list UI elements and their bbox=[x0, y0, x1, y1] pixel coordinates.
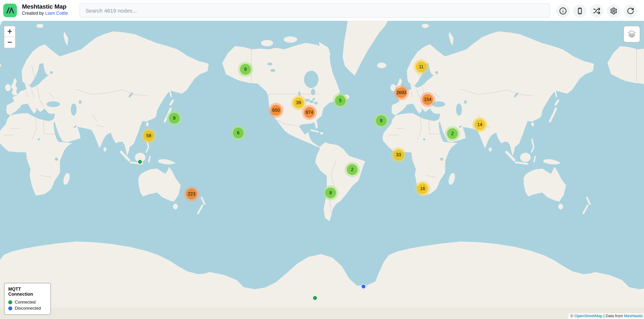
cluster-marker[interactable]: 58 bbox=[141, 128, 156, 143]
cluster-marker[interactable]: 5 bbox=[333, 93, 348, 108]
info-icon bbox=[559, 7, 567, 15]
cluster-marker[interactable]: 2693 bbox=[394, 85, 409, 100]
world-map[interactable]: 911269315439650874582149586331628223 + −… bbox=[0, 21, 644, 319]
legend-dot-icon bbox=[8, 300, 12, 304]
cluster-marker[interactable]: 154 bbox=[420, 92, 435, 107]
cluster-marker[interactable]: 223 bbox=[184, 186, 199, 202]
map-attribution: © OpenStreetMap | Data from Meshtastic bbox=[568, 313, 644, 319]
cluster-marker[interactable]: 874 bbox=[302, 105, 317, 120]
cluster-marker[interactable]: 11 bbox=[414, 59, 429, 74]
random-node-button[interactable] bbox=[590, 4, 604, 17]
cluster-marker[interactable]: 2 bbox=[345, 162, 360, 177]
layers-control[interactable] bbox=[623, 25, 640, 43]
cluster-marker[interactable]: 2 bbox=[445, 126, 460, 141]
byline-prefix: Created by bbox=[22, 11, 45, 16]
refresh-button[interactable] bbox=[624, 4, 637, 17]
header: Meshtastic Map Created by Liam Cottle bbox=[0, 0, 644, 21]
cluster-marker[interactable]: 8 bbox=[323, 185, 338, 200]
cluster-marker[interactable]: 9 bbox=[167, 111, 182, 126]
title-block: Meshtastic Map Created by Liam Cottle bbox=[22, 3, 68, 16]
meshtastic-link[interactable]: Meshtastic bbox=[624, 314, 643, 318]
settings-button[interactable] bbox=[607, 4, 620, 17]
legend-item: Connected bbox=[8, 300, 47, 305]
mqtt-legend: MQTT Connection ConnectedDisconnected bbox=[4, 283, 51, 315]
page-title: Meshtastic Map bbox=[22, 3, 68, 10]
cluster-marker[interactable]: 8 bbox=[374, 113, 389, 128]
node-marker-disconnected[interactable] bbox=[361, 284, 366, 289]
zoom-in-button[interactable]: + bbox=[4, 26, 15, 37]
cluster-marker[interactable]: 9 bbox=[238, 62, 253, 77]
meshtastic-map-app: Meshtastic Map Created by Liam Cottle bbox=[0, 0, 644, 319]
attribution-copyright: © bbox=[570, 314, 574, 318]
shuffle-icon bbox=[593, 7, 600, 15]
cluster-marker[interactable]: 650 bbox=[268, 103, 284, 118]
node-marker-connected[interactable] bbox=[137, 159, 142, 164]
cluster-marker[interactable]: 6 bbox=[231, 125, 246, 140]
cluster-marker[interactable]: 14 bbox=[472, 117, 487, 132]
meshtastic-logo-icon bbox=[3, 3, 17, 17]
byline: Created by Liam Cottle bbox=[22, 10, 68, 16]
gear-icon bbox=[610, 7, 618, 15]
legend-dot-icon bbox=[8, 306, 12, 310]
search-input[interactable] bbox=[80, 3, 550, 17]
legend-title: MQTT Connection bbox=[8, 287, 47, 297]
map-tiles bbox=[0, 21, 644, 319]
zoom-out-button[interactable]: − bbox=[4, 37, 15, 48]
attribution-middle: | Data from bbox=[602, 314, 624, 318]
legend-item: Disconnected bbox=[8, 306, 47, 311]
legend-label: Connected bbox=[15, 300, 36, 305]
zoom-control: + − bbox=[4, 25, 16, 48]
refresh-icon bbox=[627, 7, 634, 15]
cluster-marker[interactable]: 16 bbox=[415, 181, 430, 196]
info-button[interactable] bbox=[556, 4, 570, 17]
cluster-marker[interactable]: 33 bbox=[391, 147, 406, 162]
legend-label: Disconnected bbox=[15, 306, 41, 311]
header-buttons bbox=[556, 4, 637, 17]
layers-icon bbox=[626, 29, 637, 39]
mobile-app-button[interactable] bbox=[573, 4, 586, 17]
smartphone-icon bbox=[576, 7, 584, 15]
openstreetmap-link[interactable]: OpenStreetMap bbox=[574, 314, 602, 318]
node-marker-connected[interactable] bbox=[312, 295, 318, 301]
author-link[interactable]: Liam Cottle bbox=[45, 11, 68, 16]
legend-items: ConnectedDisconnected bbox=[8, 300, 47, 311]
